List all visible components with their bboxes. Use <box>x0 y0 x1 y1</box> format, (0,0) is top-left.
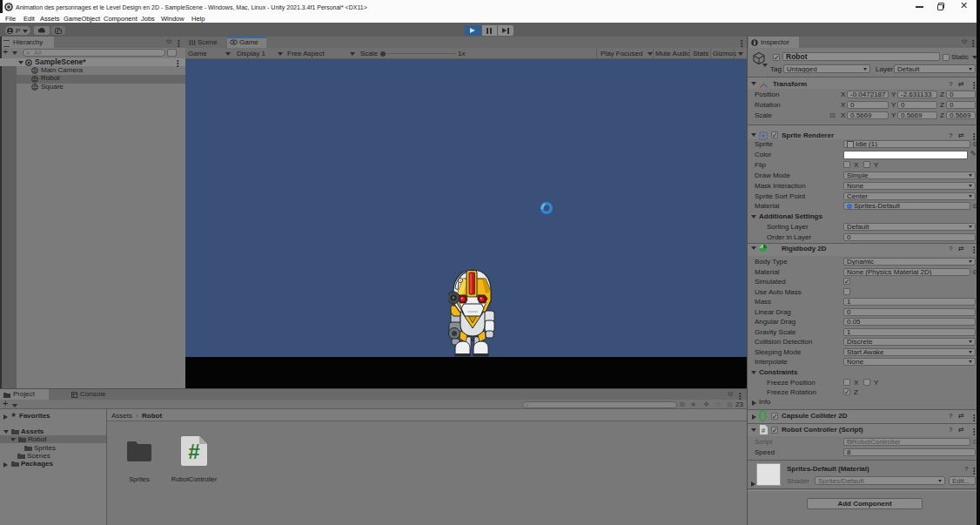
svg-text:#: # <box>188 440 199 463</box>
svg-text:#: # <box>762 427 766 434</box>
